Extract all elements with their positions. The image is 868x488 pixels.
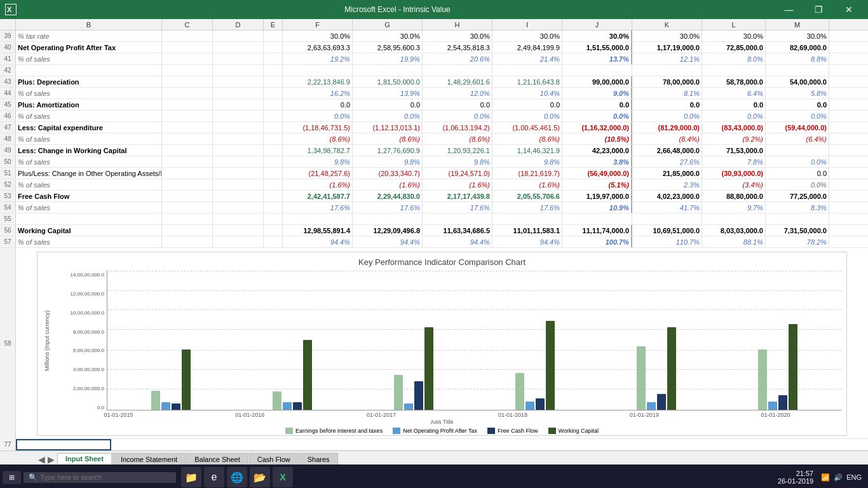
cell[interactable]: 78,00,000.0: [632, 76, 702, 87]
cell[interactable]: % of sales: [16, 236, 162, 247]
cell[interactable]: [162, 53, 213, 64]
cell[interactable]: 94.4%: [423, 236, 492, 247]
tab-input-sheet[interactable]: Input Sheet: [57, 453, 112, 464]
cell[interactable]: [162, 202, 213, 213]
cell[interactable]: % of sales: [16, 88, 162, 98]
cell[interactable]: Net Operating Profit After Tax: [16, 42, 162, 53]
cell[interactable]: [264, 88, 283, 98]
cell[interactable]: [16, 65, 162, 76]
cell[interactable]: [264, 99, 283, 110]
cell[interactable]: (8.6%): [283, 133, 353, 144]
cell[interactable]: [264, 202, 283, 213]
cell[interactable]: [213, 122, 264, 133]
cell[interactable]: [264, 214, 283, 224]
cell[interactable]: 1,19,97,000.0: [562, 191, 632, 201]
cell[interactable]: 7.8%: [702, 156, 766, 167]
cell[interactable]: [562, 214, 632, 224]
cell[interactable]: 5.8%: [766, 88, 829, 98]
cell[interactable]: [213, 145, 264, 156]
cell[interactable]: 27.6%: [632, 156, 702, 167]
cell[interactable]: 2,66,48,000.0: [632, 145, 702, 156]
cell[interactable]: 94.4%: [283, 236, 353, 247]
cell[interactable]: 0.0%: [492, 111, 562, 121]
cell[interactable]: 13.9%: [353, 88, 423, 98]
cell[interactable]: (10.5%): [562, 133, 632, 144]
cell[interactable]: 1,48,29,601.6: [423, 76, 492, 87]
cell[interactable]: 2,49,84,199.9: [492, 42, 562, 53]
cell[interactable]: 9.8%: [283, 156, 353, 167]
cell[interactable]: 2,63,63,693.3: [283, 42, 353, 53]
cell[interactable]: [264, 191, 283, 201]
cell[interactable]: [213, 53, 264, 64]
cell[interactable]: 0.0%: [766, 111, 829, 121]
cell[interactable]: % of sales: [16, 53, 162, 64]
cell[interactable]: % of sales: [16, 111, 162, 121]
cell[interactable]: 0.0%: [423, 111, 492, 121]
cell[interactable]: 20.6%: [423, 53, 492, 64]
cell[interactable]: 58,78,000.0: [702, 76, 766, 87]
cell[interactable]: 12.0%: [423, 88, 492, 98]
cell[interactable]: (6.4%): [766, 133, 829, 144]
cell[interactable]: 1,14,46,321.9: [492, 145, 562, 156]
cell[interactable]: [213, 30, 264, 41]
cell[interactable]: 16.2%: [283, 88, 353, 98]
cell[interactable]: Plus: Depreciation: [16, 76, 162, 87]
cell[interactable]: 19.9%: [353, 53, 423, 64]
cell[interactable]: (1,00,45,461.5): [492, 122, 562, 133]
cell[interactable]: 0.0: [353, 99, 423, 110]
cell[interactable]: [766, 214, 829, 224]
cell[interactable]: 94.4%: [492, 236, 562, 247]
cell[interactable]: [264, 133, 283, 144]
cell[interactable]: 12.1%: [632, 53, 702, 64]
taskbar-app-folder[interactable]: 📂: [250, 467, 270, 487]
cell[interactable]: [213, 214, 264, 224]
cell[interactable]: [213, 156, 264, 167]
cell[interactable]: [264, 168, 283, 179]
cell[interactable]: 0.0%: [766, 179, 829, 190]
cell[interactable]: 8.1%: [632, 88, 702, 98]
cell[interactable]: [283, 214, 353, 224]
cell[interactable]: [162, 191, 213, 201]
cell[interactable]: (30,93,000.0): [702, 168, 766, 179]
cell[interactable]: 30.0%: [702, 30, 766, 41]
cell[interactable]: 17.6%: [353, 202, 423, 213]
cell[interactable]: [423, 65, 492, 76]
selected-cell[interactable]: [16, 439, 111, 451]
cell[interactable]: 42,23,000.0: [562, 145, 632, 156]
cell[interactable]: [162, 99, 213, 110]
cell[interactable]: Plus: Amortization: [16, 99, 162, 110]
cell[interactable]: 1,34,98,782.7: [283, 145, 353, 156]
cell[interactable]: 17.6%: [283, 202, 353, 213]
restore-button[interactable]: ❐: [804, 0, 833, 19]
cell[interactable]: 11,01,11,583.1: [492, 225, 562, 236]
cell[interactable]: [213, 76, 264, 87]
cell[interactable]: Working Capital: [16, 225, 162, 236]
cell[interactable]: (56,49,000.0): [562, 168, 632, 179]
cell[interactable]: (1.6%): [423, 179, 492, 190]
cell[interactable]: 2,29,44,830.0: [353, 191, 423, 201]
cell[interactable]: [213, 111, 264, 121]
cell[interactable]: [162, 76, 213, 87]
cell[interactable]: 9.8%: [492, 156, 562, 167]
cell[interactable]: (9.2%): [702, 133, 766, 144]
cell[interactable]: [264, 30, 283, 41]
cell[interactable]: [562, 65, 632, 76]
cell[interactable]: 1,20,93,226.1: [423, 145, 492, 156]
cell[interactable]: [702, 65, 766, 76]
taskbar-app-ie[interactable]: 🌐: [227, 467, 247, 487]
cell[interactable]: [264, 65, 283, 76]
cell[interactable]: (20,33,340.7): [353, 168, 423, 179]
cell[interactable]: (18,21,619.7): [492, 168, 562, 179]
cell[interactable]: 9.0%: [562, 88, 632, 98]
cell[interactable]: 1,17,19,000.0: [632, 42, 702, 53]
cell[interactable]: 100.7%: [562, 236, 632, 247]
cell[interactable]: [264, 122, 283, 133]
cell[interactable]: [162, 111, 213, 121]
cell[interactable]: 30.0%: [423, 30, 492, 41]
cell[interactable]: 30.0%: [766, 30, 829, 41]
cell[interactable]: 8.0%: [702, 53, 766, 64]
cell[interactable]: 12,98,55,891.4: [283, 225, 353, 236]
cell[interactable]: [162, 179, 213, 190]
cell[interactable]: [162, 156, 213, 167]
cell[interactable]: 0.0: [283, 99, 353, 110]
